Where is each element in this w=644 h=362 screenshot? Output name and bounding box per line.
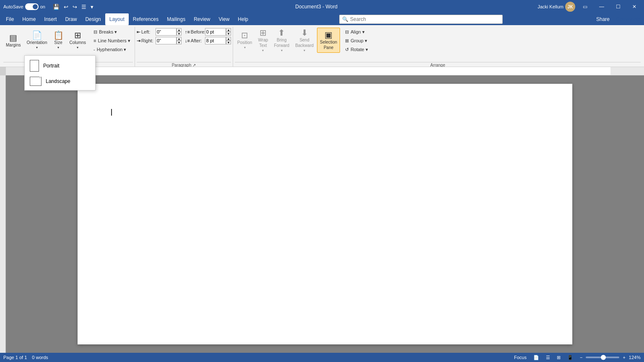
web-layout-button[interactable]: ⊞: [555, 355, 562, 360]
margins-button[interactable]: ▤ Margins: [3, 28, 23, 53]
focus-button[interactable]: Focus: [512, 355, 528, 360]
indent-column: ⇤ Left: ▲ ▼ ⇥ Right:: [137, 28, 182, 45]
landscape-option[interactable]: Landscape: [25, 74, 95, 88]
user-area: Jacki Kellum JK: [538, 2, 575, 12]
indent-right-up[interactable]: ▲: [177, 37, 182, 41]
arrange-small-buttons: ⊟ Align ▾ ⊞ Group ▾ ↺ Rotate ▾: [343, 28, 370, 54]
menu-draw[interactable]: Draw: [61, 13, 81, 25]
read-view-button[interactable]: 📄: [532, 355, 541, 360]
menu-help[interactable]: Help: [234, 13, 252, 25]
indent-right-input[interactable]: [156, 37, 177, 44]
zoom-thumb[interactable]: [601, 355, 606, 360]
orientation-button[interactable]: 📄 Orientation ▾: [24, 28, 50, 53]
send-backward-sub: Backward: [295, 43, 314, 48]
hyphenation-button[interactable]: ‐ Hyphenation ▾: [91, 45, 133, 54]
menu-layout[interactable]: Layout: [105, 13, 129, 25]
indent-right-down[interactable]: ▼: [177, 41, 182, 44]
print-layout-button[interactable]: ☰: [544, 355, 552, 360]
indent-left-down[interactable]: ▼: [177, 32, 182, 36]
group-icon: ⊞: [345, 38, 349, 44]
indent-right-input-wrap: ▲ ▼: [156, 37, 182, 44]
share-area: Share Comments: [589, 13, 642, 26]
spacing-before-up[interactable]: ▲: [226, 28, 231, 32]
wrap-text-label: Wrap: [258, 38, 268, 42]
menu-bar: File Home Insert Draw Design Layout Refe…: [0, 13, 644, 25]
zoom-in-button[interactable]: +: [621, 355, 627, 360]
undo-button[interactable]: ↩: [62, 3, 70, 11]
touch-mode-button[interactable]: ☰: [80, 3, 88, 11]
indent-right-spinners: ▲ ▼: [177, 37, 182, 44]
autosave-area: AutoSave on: [3, 3, 45, 10]
save-button[interactable]: 💾: [51, 3, 61, 11]
spacing-after-up[interactable]: ▲: [226, 37, 231, 41]
status-left: Page 1 of 1 0 words: [3, 355, 48, 360]
indent-left-row: ⇤ Left: ▲ ▼: [137, 28, 182, 36]
user-name: Jacki Kellum: [538, 4, 564, 9]
wrap-text-button[interactable]: ⊞ Wrap Text ▾: [255, 28, 270, 53]
portrait-option[interactable]: Portrait: [25, 57, 95, 74]
align-button[interactable]: ⊟ Align ▾: [343, 28, 370, 36]
zoom-slider[interactable]: [586, 357, 619, 358]
columns-icon: ⊞: [74, 31, 81, 39]
search-input[interactable]: [350, 16, 500, 22]
line-numbers-icon: ≡: [93, 38, 96, 43]
status-bar: Page 1 of 1 0 words Focus 📄 ☰ ⊞ 📱 − + 12…: [0, 353, 644, 362]
menu-review[interactable]: Review: [190, 13, 214, 25]
bring-forward-button[interactable]: ⬆ Bring Forward ▾: [271, 28, 292, 53]
indent-right-row: ⇥ Right: ▲ ▼: [137, 36, 182, 45]
selection-pane-label: Selection: [320, 40, 337, 44]
line-numbers-button[interactable]: ≡ Line Numbers ▾: [91, 36, 133, 45]
indent-left-input[interactable]: [156, 28, 177, 36]
rotate-button[interactable]: ↺ Rotate ▾: [343, 45, 370, 54]
orientation-icon: 📄: [32, 31, 42, 39]
group-button[interactable]: ⊞ Group ▾: [343, 36, 370, 45]
comments-button[interactable]: Comments: [616, 16, 641, 22]
spacing-before-input[interactable]: [205, 28, 226, 36]
size-label: Size: [54, 40, 62, 45]
wrap-text-icon: ⊞: [260, 28, 267, 37]
position-button[interactable]: ⊡ Position ▾: [235, 28, 255, 53]
ribbon-display-button[interactable]: ▭: [579, 0, 592, 13]
spacing-before-icon: ↑≡: [185, 29, 190, 34]
columns-button[interactable]: ⊞ Columns ▾: [67, 28, 88, 53]
redo-button[interactable]: ↪: [71, 3, 79, 11]
bring-forward-icon: ⬆: [278, 28, 285, 37]
breaks-button[interactable]: ⊟ Breaks ▾: [91, 28, 133, 36]
close-button[interactable]: ✕: [628, 0, 641, 13]
horizontal-ruler: [0, 67, 644, 75]
spacing-after-icon: ↓≡: [185, 38, 190, 43]
document-area[interactable]: [6, 75, 644, 353]
arrange-body: ⊡ Position ▾ ⊞ Wrap Text ▾ ⬆ Bring Forwa…: [235, 28, 641, 62]
spacing-before-row: ↑≡ Before: ▲ ▼: [185, 28, 231, 36]
spacing-after-down[interactable]: ▼: [226, 41, 231, 44]
selection-pane-button[interactable]: ▣ Selection Pane: [317, 28, 340, 53]
landscape-corner: [39, 77, 42, 79]
share-button[interactable]: Share: [591, 15, 615, 24]
selection-pane-icon: ▣: [325, 31, 332, 39]
document-page[interactable]: [78, 84, 572, 344]
menu-home[interactable]: Home: [18, 13, 40, 25]
zoom-out-button[interactable]: −: [578, 355, 584, 360]
menu-view[interactable]: View: [215, 13, 234, 25]
menu-file[interactable]: File: [2, 13, 18, 25]
spacing-before-label: Before:: [191, 29, 204, 34]
page-info: Page 1 of 1: [3, 355, 27, 360]
toggle-thumb: [33, 4, 38, 9]
mobile-view-button[interactable]: 📱: [566, 355, 575, 360]
menu-insert[interactable]: Insert: [40, 13, 61, 25]
menu-design[interactable]: Design: [81, 13, 105, 25]
maximize-button[interactable]: ☐: [612, 0, 625, 13]
spacing-before-down[interactable]: ▼: [226, 32, 231, 36]
menu-references[interactable]: References: [129, 13, 163, 25]
send-backward-button[interactable]: ⬇ Send Backward ▾: [293, 28, 316, 53]
minimize-button[interactable]: —: [595, 0, 608, 13]
menu-mailings[interactable]: Mailings: [163, 13, 190, 25]
spacing-after-input[interactable]: [205, 37, 226, 44]
ribbon: ▤ Margins 📄 Orientation ▾ 📋 Size ▾ ⊞: [0, 25, 644, 67]
ruler: [0, 67, 644, 75]
indent-left-up[interactable]: ▲: [177, 28, 182, 32]
more-button[interactable]: ▾: [89, 3, 95, 11]
autosave-toggle[interactable]: [25, 3, 39, 10]
size-button[interactable]: 📋 Size ▾: [51, 28, 66, 53]
bring-forward-sub: Forward: [274, 43, 289, 48]
